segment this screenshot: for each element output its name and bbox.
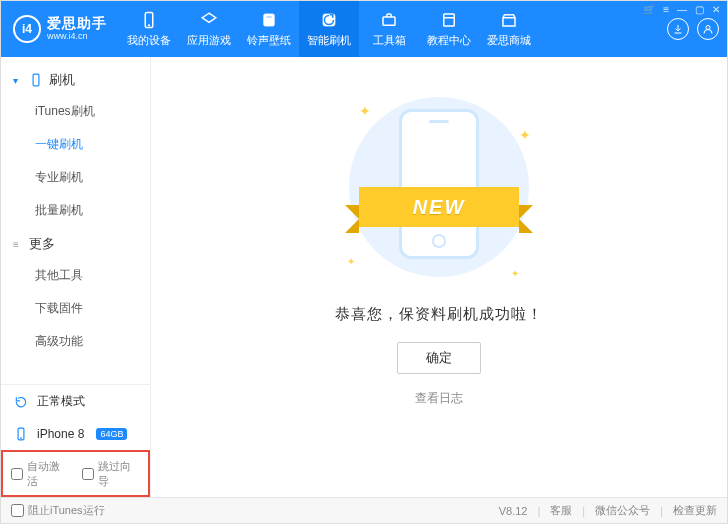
- new-ribbon: NEW: [339, 187, 539, 235]
- sidebar: ▾ 刷机 iTunes刷机 一键刷机 专业刷机 批量刷机 ≡ 更多 其他工具 下…: [1, 57, 151, 497]
- version-label: V8.12: [499, 505, 528, 517]
- options-row: 自动激活 跳过向导: [1, 450, 150, 497]
- sidebar-item-other-tools[interactable]: 其他工具: [1, 259, 150, 292]
- status-mode-label: 正常模式: [37, 393, 85, 410]
- svg-point-1: [148, 24, 150, 26]
- phone-icon: [140, 11, 158, 29]
- sidebar-group-more[interactable]: ≡ 更多: [1, 227, 150, 259]
- block-itunes-checkbox[interactable]: 阻止iTunes运行: [11, 503, 105, 518]
- support-link[interactable]: 客服: [550, 503, 572, 518]
- group-title: 刷机: [49, 71, 75, 89]
- sidebar-item-oneclick-flash[interactable]: 一键刷机: [1, 128, 150, 161]
- logo-badge: i4: [13, 15, 41, 43]
- sidebar-item-download-firmware[interactable]: 下载固件: [1, 292, 150, 325]
- expand-icon: ▾: [13, 75, 23, 86]
- skip-guide-label: 跳过向导: [98, 459, 141, 489]
- svg-point-8: [706, 26, 710, 30]
- view-log-link[interactable]: 查看日志: [415, 390, 463, 407]
- footer: 阻止iTunes运行 V8.12 | 客服 | 微信公众号 | 检查更新: [1, 497, 727, 523]
- nav-apps[interactable]: 应用游戏: [179, 1, 239, 57]
- storage-badge: 64GB: [96, 428, 127, 440]
- check-update-link[interactable]: 检查更新: [673, 503, 717, 518]
- music-icon: [260, 11, 278, 29]
- expand-icon: ≡: [13, 239, 23, 250]
- nav-label: 铃声壁纸: [247, 33, 291, 48]
- skip-guide-input[interactable]: [82, 468, 94, 480]
- success-message: 恭喜您，保资料刷机成功啦！: [335, 305, 543, 324]
- nav-store[interactable]: 爱思商城: [479, 1, 539, 57]
- store-icon: [500, 11, 518, 29]
- nav-tutorials[interactable]: 教程中心: [419, 1, 479, 57]
- svg-rect-3: [266, 16, 272, 18]
- confirm-button[interactable]: 确定: [397, 342, 481, 374]
- block-itunes-label: 阻止iTunes运行: [28, 503, 105, 518]
- wechat-link[interactable]: 微信公众号: [595, 503, 650, 518]
- minimize-icon[interactable]: —: [677, 4, 687, 15]
- sidebar-item-itunes-flash[interactable]: iTunes刷机: [1, 95, 150, 128]
- sidebar-group-flash[interactable]: ▾ 刷机: [1, 63, 150, 95]
- svg-rect-2: [264, 14, 275, 26]
- maximize-icon[interactable]: ▢: [695, 4, 704, 15]
- nav-ringtones[interactable]: 铃声壁纸: [239, 1, 299, 57]
- svg-point-11: [20, 437, 22, 439]
- auto-activate-input[interactable]: [11, 468, 23, 480]
- book-icon: [440, 11, 458, 29]
- sidebar-item-batch-flash[interactable]: 批量刷机: [1, 194, 150, 227]
- nav-toolbox[interactable]: 工具箱: [359, 1, 419, 57]
- ribbon-text: NEW: [359, 187, 519, 227]
- close-icon[interactable]: ✕: [712, 4, 720, 15]
- phone-icon: [13, 426, 29, 442]
- auto-activate-checkbox[interactable]: 自动激活: [11, 459, 70, 489]
- block-itunes-input[interactable]: [11, 504, 24, 517]
- refresh-icon: [13, 394, 29, 410]
- main-panel: ✦ ✦ ✦ ✦ NEW 恭喜您，保资料刷机成功啦！ 确定 查看日志: [151, 57, 727, 497]
- window-controls: 🛒 ≡ — ▢ ✕: [643, 4, 720, 15]
- auto-activate-label: 自动激活: [27, 459, 70, 489]
- nav-label: 智能刷机: [307, 33, 351, 48]
- device-name: iPhone 8: [37, 427, 84, 441]
- user-button[interactable]: [697, 18, 719, 40]
- flash-icon: [320, 11, 338, 29]
- svg-rect-6: [444, 14, 455, 26]
- nav-label: 爱思商城: [487, 33, 531, 48]
- phone-graphic: [399, 109, 479, 259]
- success-illustration: ✦ ✦ ✦ ✦ NEW: [329, 87, 549, 287]
- apps-icon: [200, 11, 218, 29]
- top-nav: 我的设备 应用游戏 铃声壁纸 智能刷机 工具箱 教程中心: [119, 1, 659, 57]
- sidebar-item-advanced[interactable]: 高级功能: [1, 325, 150, 358]
- toolbox-icon: [380, 11, 398, 29]
- nav-label: 我的设备: [127, 33, 171, 48]
- sidebar-item-pro-flash[interactable]: 专业刷机: [1, 161, 150, 194]
- header: i4 爱思助手 www.i4.cn 我的设备 应用游戏 铃声壁纸 智能刷机: [1, 1, 727, 57]
- app-subtitle: www.i4.cn: [47, 32, 107, 42]
- skip-guide-checkbox[interactable]: 跳过向导: [82, 459, 141, 489]
- nav-flash[interactable]: 智能刷机: [299, 1, 359, 57]
- app-title: 爱思助手: [47, 16, 107, 31]
- cart-icon[interactable]: 🛒: [643, 4, 655, 15]
- svg-rect-9: [33, 74, 39, 86]
- nav-label: 教程中心: [427, 33, 471, 48]
- device-row[interactable]: iPhone 8 64GB: [1, 418, 150, 450]
- download-button[interactable]: [667, 18, 689, 40]
- nav-label: 工具箱: [373, 33, 406, 48]
- nav-my-device[interactable]: 我的设备: [119, 1, 179, 57]
- svg-rect-5: [383, 17, 395, 25]
- status-mode-row[interactable]: 正常模式: [1, 385, 150, 418]
- logo: i4 爱思助手 www.i4.cn: [1, 1, 119, 57]
- menu-icon[interactable]: ≡: [663, 4, 669, 15]
- group-title: 更多: [29, 235, 55, 253]
- nav-label: 应用游戏: [187, 33, 231, 48]
- phone-icon: [29, 73, 43, 87]
